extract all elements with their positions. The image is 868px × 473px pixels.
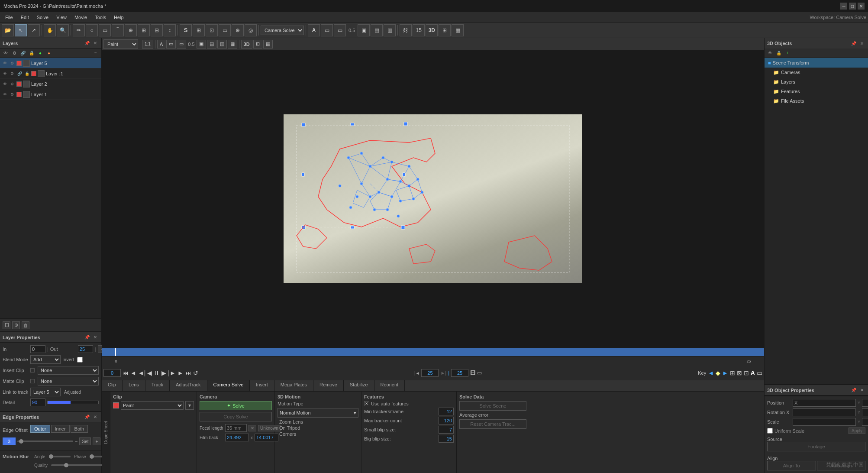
tool-select2[interactable]: ↗ (28, 24, 40, 36)
normal-motion-btn[interactable]: Normal Motion ▾ (278, 408, 358, 418)
key-extra4[interactable]: ▭ (757, 369, 762, 376)
edge-minus[interactable]: − (75, 439, 77, 444)
3d-obj-props-pin[interactable]: 📌 (850, 387, 857, 394)
3d-objects-pin[interactable]: 📌 (850, 40, 857, 47)
tab-stabilize[interactable]: Stabilize (344, 380, 374, 391)
layer-tool-green[interactable]: ● (36, 49, 44, 57)
motion-blur-angle-slider[interactable] (49, 456, 71, 457)
tab-adjusttrack[interactable]: AdjustTrack (170, 380, 207, 391)
clip-icon-1[interactable]: 🎞 (470, 370, 475, 376)
edge-offset-slider[interactable] (17, 441, 73, 442)
tool-rect[interactable]: ▭ (99, 24, 111, 36)
menu-view[interactable]: View (53, 14, 70, 21)
position-y-input[interactable] (862, 399, 868, 407)
tab-camera-solve[interactable]: Camera Solve (207, 380, 250, 391)
close-button[interactable]: ✕ (858, 3, 865, 10)
menu-file[interactable]: File (2, 14, 16, 21)
canvas-area[interactable] (102, 50, 764, 347)
layers-panel-menu[interactable]: ≡ (92, 49, 100, 57)
tool-s[interactable]: S (180, 24, 192, 36)
in-value-input[interactable] (30, 345, 45, 353)
max-tracker-input[interactable] (439, 417, 454, 424)
layer-tool-gear[interactable]: ⚙ (10, 49, 18, 57)
tool-view1[interactable]: ▭ (321, 24, 333, 36)
solve-scene-btn[interactable]: Solve Scene (459, 401, 526, 411)
tool-layout1[interactable]: ▣ (358, 24, 370, 36)
layer-item-5[interactable]: 👁 ⚙ Layer 5 (0, 58, 101, 68)
scene-item-file-assets[interactable]: 📁 File Assets (765, 96, 868, 106)
viewer-3d[interactable]: 3D (241, 40, 252, 49)
rotation-y-input[interactable] (862, 408, 868, 416)
uniform-scale-checkbox[interactable] (767, 428, 773, 434)
motion-option-zoom[interactable]: Zoom Lens (278, 419, 358, 425)
viewer-clip-select[interactable]: Paint (103, 39, 138, 49)
menu-edit[interactable]: Edit (17, 14, 32, 21)
menu-movie[interactable]: Movie (71, 14, 90, 21)
viewer-btn-rgb1[interactable]: ▭ (166, 40, 176, 49)
tool-rempt[interactable]: ⊟ (151, 24, 163, 36)
viewer-btn-l4[interactable]: ▦ (228, 40, 237, 49)
menu-solve[interactable]: Solve (33, 14, 52, 21)
layer-tool-lock[interactable]: 🔒 (28, 49, 35, 57)
out-point-btn[interactable]: |► (168, 369, 176, 376)
3d-obj-lock[interactable]: 🔒 (775, 49, 783, 57)
footage-button[interactable]: Footage (767, 442, 865, 451)
stop-btn[interactable]: ⏸ (154, 369, 160, 376)
layer-1-visibility[interactable]: 👁 (2, 91, 8, 97)
tool-crosshair[interactable]: ⊕ (232, 24, 244, 36)
big-blip-input[interactable] (439, 435, 454, 443)
key-prev-btn[interactable]: ◄ (708, 369, 714, 376)
layer-1s-link[interactable]: 🔗 (16, 71, 23, 77)
menu-tools[interactable]: Tools (91, 14, 110, 21)
in-point-btn[interactable]: ◄| (138, 369, 146, 376)
maximize-button[interactable]: □ (849, 3, 856, 10)
tool-hand[interactable]: ✋ (44, 24, 56, 36)
minimize-button[interactable]: ─ (840, 3, 847, 10)
viewer-extra1[interactable]: ⊞ (253, 40, 262, 49)
layer-5-visibility[interactable]: 👁 (2, 60, 8, 66)
edge-offset-input[interactable] (3, 437, 16, 445)
layer-1-gear[interactable]: ⚙ (9, 91, 15, 97)
layer-tool-orange[interactable]: ● (45, 49, 53, 57)
copy-solve-button[interactable]: Copy Solve (200, 412, 272, 421)
tool-a[interactable]: A (308, 24, 320, 36)
out-value-input[interactable] (78, 345, 93, 353)
tool-open[interactable]: 📂 (2, 24, 14, 36)
viewer-btn-l1[interactable]: ▣ (197, 40, 206, 49)
key-a[interactable]: A (751, 369, 755, 376)
layer-2-visibility[interactable]: 👁 (2, 81, 8, 87)
key-extra1[interactable]: ⊞ (730, 369, 735, 376)
tab-track[interactable]: Track (145, 380, 170, 391)
edge-set-button[interactable]: Set (79, 437, 91, 445)
scene-item-layers[interactable]: 📁 Layers (765, 77, 868, 87)
focal-length-input[interactable] (225, 424, 247, 432)
viewer-btn-l2[interactable]: ▤ (207, 40, 216, 49)
tab-reorient[interactable]: Reorient (374, 380, 405, 391)
layer-1s-lock[interactable]: 🔒 (24, 71, 30, 77)
edge-props-close[interactable]: ✕ (92, 414, 99, 421)
tool-select[interactable]: ↖ (15, 24, 27, 36)
scale-x-input[interactable] (793, 418, 856, 426)
tool-grid[interactable]: ⊞ (193, 24, 205, 36)
clip-icon-2[interactable]: ▭ (477, 370, 482, 376)
layers-panel-pin[interactable]: 📌 (84, 40, 90, 47)
key-add-btn[interactable]: ◆ (716, 369, 720, 376)
layer-1s-visibility[interactable]: 👁 (2, 71, 8, 77)
out-frame-input[interactable] (451, 369, 468, 377)
layer-item-1[interactable]: 👁 ⚙ Layer 1 (0, 89, 101, 100)
layer-tool-eye[interactable]: 👁 (2, 49, 10, 57)
viewer-btn-a[interactable]: A (157, 40, 165, 49)
layer-add-shape[interactable]: ⊕ (12, 321, 20, 329)
key-extra3[interactable]: ⊡ (744, 369, 749, 376)
tool-circle2[interactable]: ◎ (245, 24, 257, 36)
go-to-end-btn[interactable]: ⏭ (185, 369, 191, 376)
tool-frame[interactable]: ▭ (219, 24, 231, 36)
motion-blur-phase-slider[interactable] (90, 456, 103, 457)
3d-obj-eye[interactable]: 👁 (766, 49, 774, 57)
key-next-btn[interactable]: ► (722, 369, 728, 376)
tab-lens[interactable]: Lens (123, 380, 145, 391)
blend-mode-select[interactable]: Add Normal Multiply (30, 355, 61, 364)
align-to-button[interactable]: Align To (767, 461, 816, 470)
menu-help[interactable]: Help (110, 14, 127, 21)
tool-convert[interactable]: ↕ (164, 24, 176, 36)
